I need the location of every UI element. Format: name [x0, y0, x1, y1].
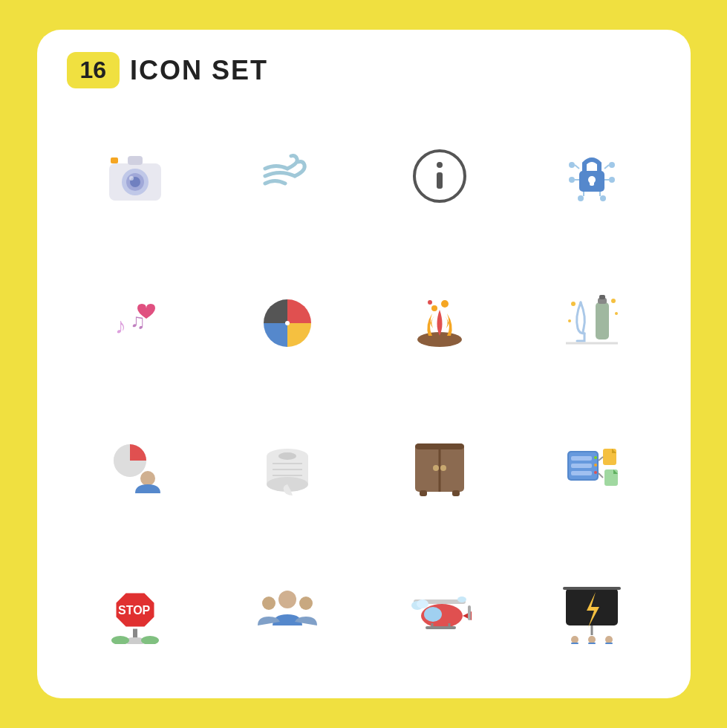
svg-point-30 — [431, 305, 437, 311]
svg-rect-61 — [571, 471, 592, 475]
svg-rect-55 — [420, 490, 427, 496]
svg-point-18 — [600, 195, 606, 201]
icon-stop-sign: STOP — [67, 546, 204, 676]
icon-server-data — [524, 401, 661, 531]
svg-point-75 — [141, 636, 159, 644]
svg-point-81 — [424, 607, 442, 622]
svg-rect-33 — [596, 302, 609, 339]
icon-helicopter — [371, 546, 509, 676]
svg-point-78 — [299, 597, 313, 610]
svg-rect-56 — [452, 490, 460, 496]
svg-rect-4 — [128, 156, 143, 165]
svg-point-63 — [594, 464, 597, 467]
svg-rect-94 — [571, 643, 578, 644]
svg-point-87 — [417, 599, 428, 608]
svg-line-19 — [575, 165, 579, 169]
svg-point-38 — [615, 312, 618, 315]
icon-campfire — [371, 256, 509, 386]
svg-point-17 — [578, 195, 584, 201]
svg-point-91 — [571, 636, 578, 643]
svg-text:STOP: STOP — [118, 604, 151, 617]
svg-rect-95 — [588, 643, 596, 644]
svg-point-88 — [457, 597, 466, 602]
svg-rect-60 — [571, 464, 592, 468]
svg-point-31 — [441, 300, 449, 308]
svg-point-15 — [569, 177, 575, 183]
svg-point-53 — [440, 465, 446, 471]
svg-point-62 — [594, 456, 597, 459]
svg-rect-12 — [590, 180, 594, 186]
header: 16 ICON SET — [67, 52, 661, 88]
icon-wardrobe — [371, 401, 509, 531]
svg-point-32 — [428, 300, 432, 305]
svg-point-77 — [262, 597, 276, 610]
icon-camera — [67, 111, 204, 241]
svg-point-13 — [569, 162, 575, 168]
svg-rect-5 — [111, 157, 118, 163]
page-title: ICON SET — [130, 55, 268, 86]
svg-point-92 — [588, 636, 596, 643]
svg-point-76 — [278, 591, 296, 608]
svg-rect-96 — [605, 643, 613, 644]
icon-drinks — [524, 256, 661, 386]
svg-point-46 — [278, 452, 296, 460]
svg-point-52 — [433, 465, 439, 471]
badge-number: 16 — [67, 52, 120, 88]
svg-rect-82 — [468, 605, 471, 620]
svg-point-39 — [568, 319, 571, 322]
svg-rect-59 — [571, 456, 592, 461]
icon-toilet-paper — [219, 401, 356, 531]
icon-presentation-power — [524, 546, 661, 676]
svg-point-93 — [605, 636, 613, 643]
icon-wind — [219, 111, 356, 241]
svg-line-20 — [604, 165, 609, 169]
svg-point-36 — [571, 302, 576, 306]
svg-point-28 — [285, 321, 290, 325]
svg-rect-35 — [599, 295, 605, 299]
icon-team — [219, 546, 356, 676]
svg-rect-9 — [437, 172, 443, 189]
svg-line-68 — [599, 473, 603, 478]
icon-music-love: ♪ ♫ — [67, 256, 204, 386]
icon-info — [371, 111, 509, 241]
svg-line-67 — [599, 457, 603, 461]
svg-point-37 — [611, 299, 616, 303]
svg-rect-54 — [415, 443, 464, 449]
icon-set-card: 16 ICON SET — [37, 30, 691, 698]
icon-user-chart — [67, 401, 204, 531]
icon-security-chip — [524, 111, 661, 241]
svg-point-74 — [111, 636, 129, 644]
svg-point-64 — [594, 471, 597, 474]
svg-point-6 — [129, 176, 134, 181]
svg-point-42 — [140, 471, 155, 486]
icons-grid: ♪ ♫ — [67, 111, 661, 676]
svg-point-8 — [437, 162, 443, 168]
svg-point-14 — [609, 162, 615, 168]
icon-pie-chart — [219, 256, 356, 386]
svg-text:♪: ♪ — [115, 313, 126, 338]
svg-point-16 — [609, 177, 615, 183]
